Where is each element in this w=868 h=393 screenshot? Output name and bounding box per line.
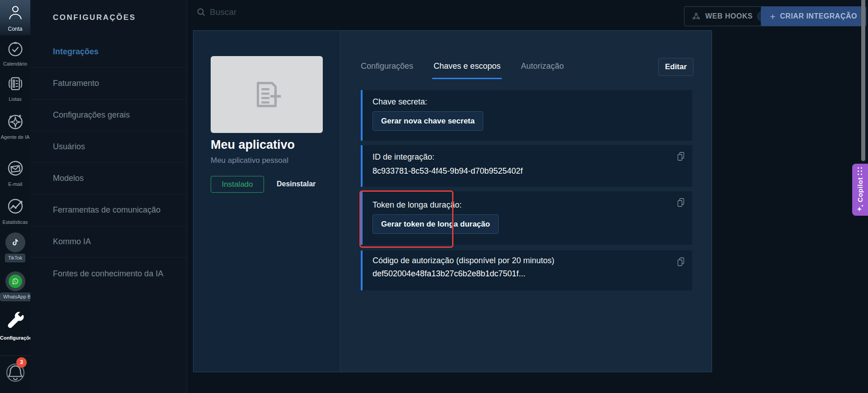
email-icon — [5, 158, 25, 178]
copy-icon[interactable] — [677, 257, 685, 267]
page-title: CONFIGURAÇÕES — [53, 13, 136, 22]
tab-bar: Configurações Chaves e escopos Autorizaç… — [361, 62, 564, 79]
scrollbar-thumb[interactable] — [861, 0, 865, 161]
auth-code-block: Código de autorização (disponível por 20… — [361, 251, 692, 290]
notifications-button[interactable]: 3 — [0, 358, 30, 387]
tiktok-icon — [5, 232, 25, 252]
uninstall-link[interactable]: Desinstalar — [277, 180, 316, 188]
app-logo-card — [211, 56, 323, 133]
secret-key-label: Chave secreta: — [373, 97, 683, 107]
generate-secret-key-button[interactable]: Gerar nova chave secreta — [373, 111, 483, 131]
sidebar-item-label: E-mail — [0, 181, 30, 187]
integration-panel: Meu aplicativo Meu aplicativo pessoal In… — [193, 30, 712, 372]
tab-chaves-e-escopos[interactable]: Chaves e escopos — [434, 62, 500, 79]
sidebar-item-label: Agente de IA — [0, 134, 30, 140]
integration-id-label: ID de integração: — [373, 152, 683, 162]
top-bar: WEB HOOKS 1 + CRIAR INTEGRAÇÃO — [187, 0, 868, 30]
sidebar-item-lists[interactable]: Listas — [0, 74, 30, 102]
document-plus-icon — [249, 77, 284, 112]
search-icon — [196, 7, 206, 17]
sidebar-item-label: TikTok — [5, 254, 25, 262]
account-tile[interactable]: Conta — [0, 0, 30, 35]
generate-long-token-button[interactable]: Gerar token de longa duração — [373, 214, 499, 234]
sidebar-item-label: Estatísticas — [0, 219, 30, 225]
settings-menu: CONFIGURAÇÕES Integrações Faturamento Co… — [30, 0, 187, 393]
app-subtitle: Meu aplicativo pessoal — [211, 156, 288, 165]
app-info-column: Meu aplicativo Meu aplicativo pessoal In… — [193, 31, 340, 372]
menu-item-ferramentas[interactable]: Ferramentas de comunicação — [30, 194, 187, 226]
installed-button[interactable]: Instalado — [211, 176, 264, 193]
sparkles-icon — [857, 204, 864, 212]
tab-configuracoes[interactable]: Configurações — [361, 62, 413, 79]
menu-item-modelos[interactable]: Modelos — [30, 163, 187, 194]
edit-button[interactable]: Editar — [658, 58, 693, 76]
menu-item-faturamento[interactable]: Faturamento — [30, 68, 187, 99]
search-input[interactable] — [210, 7, 309, 17]
app-title: Meu aplicativo — [211, 138, 295, 152]
menu-item-fontes-ia[interactable]: Fontes de conhecimento da IA — [30, 258, 187, 289]
copilot-tab[interactable]: Copilot — [852, 164, 868, 216]
tab-autorizacao[interactable]: Autorização — [521, 62, 564, 79]
create-integration-button[interactable]: + CRIAR INTEGRAÇÃO — [761, 6, 866, 26]
lists-icon — [6, 74, 25, 93]
integration-id-value: 8c933781-8c53-4f45-9b94-d70b9525402f — [373, 166, 683, 176]
sidebar-item-label: WhatsApp B — [0, 293, 30, 301]
sidebar-item-email[interactable]: E-mail — [0, 158, 30, 187]
sidebar-item-label: Listas — [0, 96, 30, 102]
whatsapp-icon — [5, 271, 25, 291]
copy-icon[interactable] — [677, 152, 685, 161]
sidebar-item-statistics[interactable]: Estatísticas — [0, 196, 30, 225]
plus-icon: + — [770, 12, 775, 21]
auth-code-value: def502004e48fa13b27c6b2e8b1dc7501f... — [373, 269, 683, 279]
create-integration-label: CRIAR INTEGRAÇÃO — [780, 12, 857, 20]
rail-divider — [0, 355, 30, 356]
statistics-icon — [5, 196, 25, 216]
auth-code-label: Código de autorização (disponível por 20… — [373, 256, 683, 265]
copy-icon[interactable] — [677, 198, 685, 208]
account-label: Conta — [0, 26, 30, 32]
webhooks-label: WEB HOOKS — [705, 12, 753, 20]
ai-agent-icon — [5, 111, 25, 131]
sidebar-item-tiktok[interactable]: TikTok — [0, 232, 30, 262]
menu-item-usuarios[interactable]: Usuários — [30, 131, 187, 163]
menu-item-integracoes[interactable]: Integrações — [30, 36, 187, 68]
integration-id-block: ID de integração: 8c933781-8c53-4f45-9b9… — [361, 145, 692, 187]
person-icon — [7, 4, 24, 20]
sidebar-item-whatsapp[interactable]: WhatsApp B — [0, 271, 30, 301]
calendar-icon — [6, 39, 25, 58]
long-token-block: Token de longa duração: Gerar token de l… — [361, 191, 692, 245]
sidebar-item-calendar[interactable]: Calendário — [0, 39, 30, 67]
webhook-icon — [692, 12, 701, 21]
search-box[interactable] — [196, 7, 309, 17]
sidebar-item-settings[interactable]: Configurações — [0, 310, 30, 341]
sidebar-item-label: Configurações — [0, 335, 30, 341]
secret-key-block: Chave secreta: Gerar nova chave secreta — [361, 90, 692, 141]
menu-item-configuracoes-gerais[interactable]: Configurações gerais — [30, 99, 187, 131]
copilot-label: Copilot — [856, 177, 864, 202]
drag-dots-icon — [858, 167, 863, 175]
wrench-icon — [5, 310, 26, 332]
left-icon-rail: Conta Calendário Listas A — [0, 0, 30, 393]
notifications-badge: 3 — [16, 357, 27, 368]
menu-item-kommo-ia[interactable]: Kommo IA — [30, 226, 187, 258]
sidebar-item-label: Calendário — [0, 61, 30, 67]
long-token-label: Token de longa duração: — [373, 200, 683, 210]
sidebar-item-ai-agent[interactable]: Agente de IA — [0, 111, 30, 140]
